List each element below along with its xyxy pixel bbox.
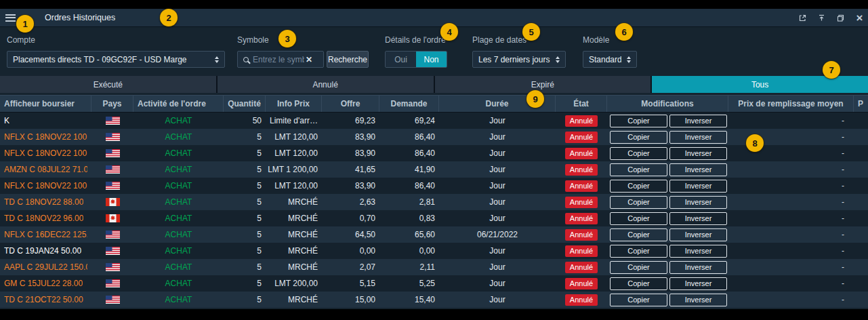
symbol-cell[interactable]: AMZN C 08JUL22 71.00 <box>0 161 91 178</box>
symbol-cell[interactable]: TD C 18NOV22 96.00 <box>0 210 91 226</box>
table-header: Afficheur boursier Pays Activité de l'or… <box>0 95 868 113</box>
search-button[interactable]: Recherche <box>327 51 369 68</box>
duration-cell: Jour <box>439 243 556 259</box>
window-title: Ordres Historiques <box>45 13 115 22</box>
ask-cell: 0,83 <box>379 210 439 226</box>
copy-button[interactable]: Copier <box>610 196 667 209</box>
copy-button[interactable]: Copier <box>610 180 667 193</box>
col-quantite[interactable]: Quantité <box>224 96 266 112</box>
col-afficheur-boursier[interactable]: Afficheur boursier <box>0 96 91 112</box>
col-etat[interactable]: État <box>556 96 607 112</box>
status-badge: Annulé <box>565 197 598 208</box>
clear-search-icon[interactable]: ✕ <box>306 55 312 64</box>
price-info-cell: MRCHÉ <box>266 226 322 243</box>
copy-button[interactable]: Copier <box>610 163 667 176</box>
account-value: Placements directs TD - 09GC92F - USD Ma… <box>13 55 209 64</box>
account-dropdown[interactable]: Placements directs TD - 09GC92F - USD Ma… <box>7 51 225 68</box>
invert-button[interactable]: Inverser <box>669 115 727 127</box>
activity-cell: ACHAT <box>133 145 224 161</box>
copy-button[interactable]: Copier <box>610 131 667 144</box>
modifications-cell: Copier Inverser <box>607 243 728 259</box>
symbol-cell[interactable]: K <box>0 113 91 129</box>
symbol-cell[interactable]: TD C 21OCT22 50.00 <box>0 292 91 308</box>
table-row: AMZN C 08JUL22 71.00 ACHAT 5 LMT 1 200,0… <box>0 161 868 178</box>
tab-expire[interactable]: Expiré <box>435 76 651 93</box>
symbol-cell[interactable]: TD C 19JAN24 50.00 <box>0 243 91 259</box>
invert-button[interactable]: Inverser <box>669 180 727 193</box>
copy-button[interactable]: Copier <box>610 245 667 258</box>
symbol-cell[interactable]: NFLX C 18NOV22 100.00 <box>0 178 91 194</box>
activity-cell: ACHAT <box>133 275 224 292</box>
symbol-search-input[interactable] <box>253 55 304 64</box>
invert-button[interactable]: Inverser <box>669 277 727 290</box>
close-icon[interactable]: × <box>854 13 865 23</box>
col-demande[interactable]: Demande <box>379 96 439 112</box>
symbol-cell[interactable]: TD C 18NOV22 88.00 <box>0 194 91 210</box>
tab-annule[interactable]: Annulé <box>218 76 434 93</box>
country-cell <box>91 275 133 292</box>
duration-cell: Jour <box>439 113 556 129</box>
symbol-cell[interactable]: GM C 15JUL22 28.00 <box>0 275 91 292</box>
toggle-non[interactable]: Non <box>416 52 447 67</box>
symbol-text: K <box>4 116 9 125</box>
extra-cell <box>854 259 868 275</box>
model-dropdown[interactable]: Standard <box>583 51 637 68</box>
copy-button[interactable]: Copier <box>610 147 667 160</box>
col-pays[interactable]: Pays <box>91 96 133 112</box>
popout-icon[interactable] <box>798 13 808 23</box>
bid-cell: 83,90 <box>322 129 379 145</box>
invert-button[interactable]: Inverser <box>669 131 727 144</box>
quantity-cell: 5 <box>224 292 266 308</box>
col-prix-remplissage[interactable]: Prix de remplissage moyen <box>728 96 854 112</box>
invert-button[interactable]: Inverser <box>669 261 727 274</box>
date-range-dropdown[interactable]: Les 7 derniers jours <box>472 51 566 68</box>
copy-button[interactable]: Copier <box>610 277 667 290</box>
invert-button[interactable]: Inverser <box>669 245 727 258</box>
price-info-cell: LMT 200,00 <box>266 275 322 292</box>
tab-execute[interactable]: Exécuté <box>0 76 216 93</box>
col-activite[interactable]: Activité de l'ordre <box>133 96 224 112</box>
invert-button[interactable]: Inverser <box>669 212 727 225</box>
invert-button[interactable]: Inverser <box>669 196 727 209</box>
copy-button[interactable]: Copier <box>610 261 667 274</box>
col-offre[interactable]: Offre <box>322 96 379 112</box>
copy-button[interactable]: Copier <box>610 212 667 225</box>
copy-button[interactable]: Copier <box>610 294 667 306</box>
pin-icon[interactable] <box>817 13 827 23</box>
tab-tous[interactable]: Tous <box>652 76 868 93</box>
invert-button[interactable]: Inverser <box>669 228 727 241</box>
table-row: GM C 15JUL22 28.00 ACHAT 5 LMT 200,00 5,… <box>0 275 868 292</box>
col-extra[interactable]: P <box>854 96 868 112</box>
account-label: Compte <box>7 35 35 45</box>
title-bar: Ordres Historiques × <box>0 9 868 27</box>
duration-cell: Jour <box>439 259 556 275</box>
copy-button[interactable]: Copier <box>610 228 667 241</box>
col-info-prix[interactable]: Info Prix <box>266 96 322 112</box>
filter-bar: Compte Placements directs TD - 09GC92F -… <box>0 27 868 75</box>
invert-button[interactable]: Inverser <box>669 163 727 176</box>
col-modifications[interactable]: Modifications <box>607 96 728 112</box>
activity-cell: ACHAT <box>133 161 224 178</box>
symbol-cell[interactable]: NFLX C 18NOV22 100.00 <box>0 145 91 161</box>
status-badge: Annulé <box>565 164 598 176</box>
callout-9: 9 <box>526 90 544 108</box>
status-badge: Annulé <box>565 132 598 143</box>
quantity-cell: 5 <box>224 178 266 194</box>
invert-button[interactable]: Inverser <box>669 147 727 160</box>
country-cell <box>91 145 133 161</box>
toggle-oui[interactable]: Oui <box>386 52 416 67</box>
quantity-cell: 5 <box>224 194 266 210</box>
symbol-cell[interactable]: AAPL C 29JUL22 150.00 <box>0 259 91 275</box>
status-cell: Annulé <box>556 129 607 145</box>
maximize-icon[interactable] <box>835 13 846 23</box>
callout-1: 1 <box>16 15 34 33</box>
symbol-cell[interactable]: NFLX C 18NOV22 100.00 <box>0 129 91 145</box>
duration-cell: Jour <box>439 275 556 292</box>
status-badge: Annulé <box>565 180 598 192</box>
copy-button[interactable]: Copier <box>610 115 667 127</box>
modifications-cell: Copier Inverser <box>607 226 728 243</box>
invert-button[interactable]: Inverser <box>669 294 727 306</box>
symbol-cell[interactable]: NFLX C 16DEC22 125.00 <box>0 226 91 243</box>
status-cell: Annulé <box>556 145 607 161</box>
modifications-cell: Copier Inverser <box>607 194 728 210</box>
